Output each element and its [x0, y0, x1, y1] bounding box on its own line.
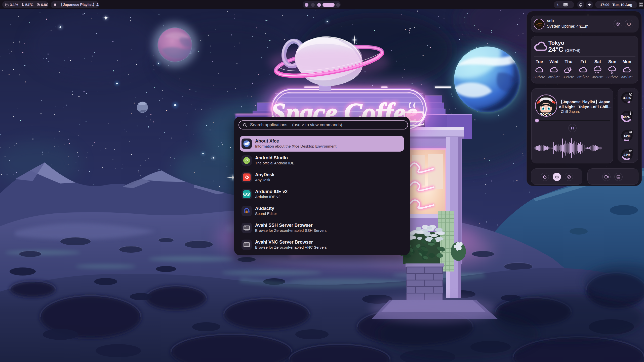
svg-text:C: C	[557, 4, 559, 6]
svg-text:14%: 14%	[623, 134, 630, 138]
svg-text:24%: 24%	[623, 153, 630, 157]
